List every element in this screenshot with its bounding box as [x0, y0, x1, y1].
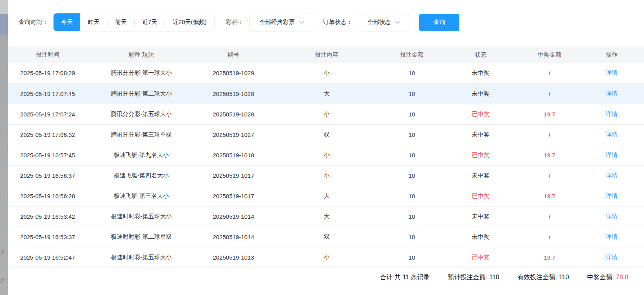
detail-link[interactable]: 详情 — [606, 131, 618, 138]
left-sidebar-strip: 彡 彡 — [0, 0, 8, 295]
bet-time-cell: 2025-05-19 17:07:24 — [8, 104, 87, 124]
issue-number-cell: 20250519-1014 — [195, 227, 272, 247]
game-play-cell: 极速时时彩-第二球单双 — [87, 227, 195, 247]
expected-bet-amount: 预计投注金额:110 — [448, 273, 499, 282]
table-row[interactable]: 2025-05-19 16:52:47极速时时彩-第五球大小20250519-1… — [8, 247, 644, 267]
total-records: 合计 共 11 条记录 — [380, 273, 430, 282]
win-amount-cell: / — [520, 206, 579, 227]
status-cell: 未中奖 — [442, 227, 520, 247]
game-play-cell: 极速飞艇-第三名大小 — [87, 186, 195, 206]
order-status-select[interactable]: 全部状态 — [358, 13, 409, 31]
game-play-cell: 腾讯分分彩-第五球大小 — [87, 104, 195, 124]
time-filter-option-3[interactable]: 近7天 — [135, 13, 165, 31]
time-filter-option-2[interactable]: 前天 — [107, 13, 134, 31]
win-amount-cell: 19.7 — [520, 145, 579, 165]
issue-number-cell: 20250519-1013 — [195, 247, 272, 267]
column-header-1: 彩种-玩法 — [87, 46, 195, 63]
issue-number-cell: 20250519-1018 — [195, 145, 272, 165]
detail-link[interactable]: 详情 — [606, 213, 618, 219]
game-play-cell: 腾讯分分彩-第一球大小 — [87, 63, 195, 83]
total-win-amount: 中奖金额:78.8 — [587, 273, 628, 282]
table-row[interactable]: 2025-05-19 16:57:45极速飞艇-第九名大小20250519-10… — [8, 145, 644, 165]
time-filter-group: 今天昨天前天近7天近20天(低频) — [53, 13, 215, 31]
bet-time-cell: 2025-05-19 17:06:32 — [8, 124, 87, 145]
table-row[interactable]: 2025-05-19 17:08:29腾讯分分彩-第一球大小20250519-1… — [8, 63, 644, 83]
bet-time-cell: 2025-05-19 17:07:45 — [8, 83, 87, 104]
detail-link[interactable]: 详情 — [606, 151, 618, 158]
column-header-7: 操作 — [579, 46, 644, 63]
bet-time-cell: 2025-05-19 16:57:45 — [8, 145, 87, 165]
game-play-cell: 腾讯分分彩-第三球单双 — [87, 124, 195, 145]
issue-number-cell: 20250519-1017 — [195, 165, 272, 186]
lottery-type-select[interactable]: 全部经典彩票 — [249, 13, 313, 31]
issue-number-cell: 20250519-1014 — [195, 206, 272, 227]
action-cell: 详情 — [579, 145, 644, 165]
detail-link[interactable]: 详情 — [606, 233, 618, 240]
status-cell: 未中奖 — [442, 165, 520, 186]
win-amount-cell: / — [520, 63, 579, 83]
action-cell: 详情 — [579, 165, 644, 186]
bet-amount-cell: 10 — [382, 206, 442, 227]
win-amount-cell: 19.7 — [520, 104, 579, 124]
bet-amount-cell: 10 — [382, 165, 442, 186]
search-button[interactable]: 查询 — [419, 14, 459, 31]
bet-content-cell: 小 — [272, 145, 382, 165]
status-cell: 未中奖 — [442, 63, 520, 83]
status-cell: 已中奖 — [442, 145, 520, 165]
bet-amount-cell: 10 — [382, 63, 442, 83]
status-cell: 已中奖 — [442, 104, 520, 124]
lottery-type-value: 全部经典彩票 — [259, 18, 295, 26]
detail-link[interactable]: 详情 — [606, 111, 618, 117]
table-row[interactable]: 2025-05-19 17:06:32腾讯分分彩-第三球单双20250519-1… — [8, 124, 644, 145]
issue-number-cell: 20250519-1027 — [195, 124, 272, 145]
detail-link[interactable]: 详情 — [606, 69, 618, 76]
bet-content-cell: 小 — [272, 165, 382, 186]
table-row[interactable]: 2025-05-19 16:53:42极速时时彩-第五球大小20250519-1… — [8, 206, 644, 227]
table-row[interactable]: 2025-05-19 16:56:37极速飞艇-第四名大小20250519-10… — [8, 165, 644, 186]
bet-content-cell: 小 — [272, 104, 382, 124]
column-header-2: 期号 — [195, 46, 272, 63]
bet-time-cell: 2025-05-19 16:53:42 — [8, 206, 87, 227]
status-cell: 未中奖 — [442, 83, 520, 104]
game-play-cell: 极速飞艇-第九名大小 — [87, 145, 195, 165]
detail-link[interactable]: 详情 — [606, 172, 618, 179]
detail-link[interactable]: 详情 — [606, 254, 618, 260]
time-filter-option-4[interactable]: 近20天(低频) — [165, 13, 214, 31]
action-cell: 详情 — [579, 206, 644, 227]
time-filter-label: 查询时间： — [19, 18, 48, 26]
bet-amount-cell: 10 — [382, 227, 442, 247]
detail-link[interactable]: 详情 — [606, 90, 618, 97]
table-row[interactable]: 2025-05-19 17:07:45腾讯分分彩-第二球大小20250519-1… — [8, 83, 644, 104]
win-amount-cell: / — [520, 165, 579, 186]
time-filter-option-1[interactable]: 昨天 — [80, 13, 107, 31]
time-filter-option-0[interactable]: 今天 — [54, 13, 80, 31]
order-status-value: 全部状态 — [367, 18, 391, 26]
status-cell: 未中奖 — [442, 124, 520, 145]
issue-number-cell: 20250519-1028 — [195, 104, 272, 124]
summary-bar: 合计 共 11 条记录 预计投注金额:110 有效投注金额:110 中奖金额:7… — [8, 268, 644, 288]
action-cell: 详情 — [579, 63, 644, 83]
bet-content-cell: 小 — [272, 63, 382, 83]
status-cell: 已中奖 — [442, 186, 520, 206]
win-amount-cell: / — [520, 124, 579, 145]
bet-amount-cell: 10 — [382, 145, 442, 165]
action-cell: 详情 — [579, 83, 644, 104]
table-header-row: 投注时间彩种-玩法期号投注内容投注金额状态中奖金额操作 — [8, 46, 644, 63]
table-row[interactable]: 2025-05-19 16:53:37极速时时彩-第二球单双20250519-1… — [8, 227, 644, 247]
filter-bar: 查询时间： 今天昨天前天近7天近20天(低频) 彩种： 全部经典彩票 订单状态：… — [8, 13, 644, 31]
chevron-down-icon — [299, 19, 304, 24]
column-header-0: 投注时间 — [8, 46, 87, 63]
table-row[interactable]: 2025-05-19 16:56:28极速飞艇-第三名大小20250519-10… — [8, 186, 644, 206]
column-header-6: 中奖金额 — [520, 46, 579, 63]
status-cell: 未中奖 — [442, 206, 520, 227]
column-header-3: 投注内容 — [272, 46, 382, 63]
bet-amount-cell: 10 — [382, 124, 442, 145]
bet-content-cell: 小 — [272, 247, 382, 267]
column-header-5: 状态 — [442, 46, 520, 63]
detail-link[interactable]: 详情 — [606, 192, 618, 199]
table-row[interactable]: 2025-05-19 17:07:24腾讯分分彩-第五球大小20250519-1… — [8, 104, 644, 124]
main-content: 查询时间： 今天昨天前天近7天近20天(低频) 彩种： 全部经典彩票 订单状态：… — [8, 0, 644, 288]
bet-records-table: 投注时间彩种-玩法期号投注内容投注金额状态中奖金额操作 2025-05-19 1… — [8, 46, 644, 268]
bet-content-cell: 双 — [272, 227, 382, 247]
issue-number-cell: 20250519-1017 — [195, 186, 272, 206]
